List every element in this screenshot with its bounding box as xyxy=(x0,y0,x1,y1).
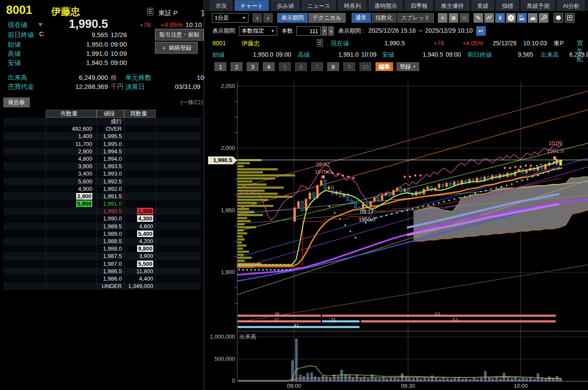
pencil-icon[interactable]: ✎ xyxy=(474,13,483,23)
period-mode-value: 本数指定 xyxy=(242,27,264,35)
page-chip-2[interactable]: 2 xyxy=(231,62,242,71)
toolbar-button-通常[interactable]: 通常 xyxy=(352,13,371,23)
tab-ニュース[interactable]: ニュース xyxy=(302,0,336,11)
toolbar-button-指数化[interactable]: 指数化 xyxy=(372,13,396,23)
order-book-row[interactable]: 1,4001,995.5 xyxy=(3,132,201,140)
tab-時系列[interactable]: 時系列 xyxy=(339,0,366,11)
open-label: 始値 xyxy=(8,40,21,49)
wrench-icon[interactable] xyxy=(539,13,548,23)
settlement-value: 03/31,09 xyxy=(175,82,200,91)
page-chip-4[interactable]: 4 xyxy=(263,62,275,71)
mountain-icon[interactable] xyxy=(528,13,538,23)
page-chip-10[interactable]: 10 xyxy=(360,62,371,71)
order-book-row[interactable]: 2,9001,991.5 xyxy=(3,193,201,200)
toolbar-button-表示期間[interactable]: 表示期間 xyxy=(277,13,308,23)
page-chip-7[interactable]: 7 xyxy=(311,62,323,71)
order-book[interactable]: 売数量 値段 買数量 成行492,600OVER1,4001,995.511,7… xyxy=(3,110,201,290)
interval-select[interactable]: 1分足▼ xyxy=(212,13,249,23)
tab-適時開示[interactable]: 適時開示 xyxy=(369,0,402,11)
svg-text:出来高: 出来高 xyxy=(239,333,256,340)
order-book-row[interactable]: 1,988.54,200 xyxy=(3,237,201,245)
crosshair-icon[interactable]: + xyxy=(438,13,447,23)
trade-caution-button[interactable]: 取引注意・規制 xyxy=(155,29,204,41)
per-share-note: (一株/口) xyxy=(172,98,203,106)
tab-業績[interactable]: 業績 xyxy=(472,0,494,11)
order-book-row[interactable]: 1,990.04,300 xyxy=(3,215,201,222)
reset-range-icon[interactable]: ↵ xyxy=(476,26,486,36)
page-chip-8[interactable]: 8 xyxy=(327,62,339,71)
info-icon[interactable]: i xyxy=(506,13,516,23)
order-book-row[interactable]: 3,4001,993.0 xyxy=(3,170,201,177)
order-book-row[interactable]: 1,987.05,500 xyxy=(3,260,201,268)
unit-shares-label: 単元株数 xyxy=(125,73,151,82)
svg-text:31: 31 xyxy=(274,317,279,322)
svg-text:2,000: 2,000 xyxy=(221,145,235,151)
print-icon[interactable] xyxy=(554,13,563,23)
tab-市況[interactable]: 市況 xyxy=(210,0,232,11)
order-book-row[interactable]: UNDER1,349,000 xyxy=(3,282,201,290)
page-chip-3[interactable]: 3 xyxy=(247,62,259,71)
tab-業績予測[interactable]: 業績予測 xyxy=(521,0,554,11)
high-value: 1,991.0 xyxy=(57,49,108,58)
add-symbol-button[interactable]: ＋ 銘柄登録 xyxy=(155,42,198,54)
order-book-row[interactable]: 3,9001,993.5 xyxy=(3,163,201,170)
order-book-row[interactable]: 1,986.511,800 xyxy=(3,268,201,275)
tab-指標[interactable]: 指標 xyxy=(497,0,518,11)
zoom-in-icon[interactable]: ⊕ xyxy=(449,13,458,23)
order-book-row[interactable]: 5,9001,991.0 xyxy=(3,200,201,207)
quote-row: 8001 伊藤忠 現在値 1,990.5 +78 +4.05% 25/12/29… xyxy=(205,37,588,49)
stock-code: 8001 xyxy=(6,3,32,17)
order-book-row[interactable]: 1,989.05,400 xyxy=(3,230,201,237)
count-down-button[interactable]: ▼ xyxy=(322,26,327,36)
order-book-row[interactable]: 1,986.04,400 xyxy=(3,275,201,282)
document-icon[interactable] xyxy=(147,8,153,15)
quote-time: 10:10 xyxy=(185,20,202,29)
tab-株主優待[interactable]: 株主優待 xyxy=(436,0,469,11)
order-book-row[interactable]: 11,7001,995.0 xyxy=(3,140,201,148)
document-icon[interactable] xyxy=(317,39,323,47)
prev-button[interactable]: ‹ xyxy=(252,13,262,23)
toolbar-button-テクニカル[interactable]: テクニカル xyxy=(309,13,346,23)
order-book-row[interactable]: 2,9001,994.5 xyxy=(3,148,201,155)
low-value: 1,940.5 xyxy=(57,58,108,67)
page-chip-6[interactable]: 6 xyxy=(295,62,307,71)
order-book-row[interactable]: 1,990.51,500 xyxy=(3,207,201,215)
page-chip-9[interactable]: 9 xyxy=(343,62,355,71)
order-book-row[interactable]: 4,9001,992.0 xyxy=(3,185,201,193)
period-mode-select[interactable]: 本数指定▼ xyxy=(239,26,277,36)
my-chart-icon[interactable]: MY xyxy=(517,13,527,23)
order-book-row[interactable]: 1,987.53,900 xyxy=(3,252,201,260)
composite-board-button[interactable]: 複合板 xyxy=(3,98,30,107)
order-book-row[interactable]: 492,600OVER xyxy=(3,125,201,132)
tab-チャート[interactable]: チャート xyxy=(235,0,269,11)
toolbar-button-スプレッド[interactable]: スプレッド xyxy=(397,13,434,23)
settlement-label: 決算日 xyxy=(125,82,145,91)
order-book-row[interactable]: 1,988.09,800 xyxy=(3,245,201,252)
price-chart[interactable]: 3863311153412,0502,0001,9501,9001,000,00… xyxy=(205,73,588,390)
order-book-row[interactable]: 成行 xyxy=(3,118,201,125)
tab-四季報[interactable]: 四季報 xyxy=(405,0,433,11)
register-button[interactable]: 登録 ▼ xyxy=(396,62,419,71)
market-label: 東証 P xyxy=(158,9,178,17)
count-input[interactable]: 111 xyxy=(296,26,321,36)
order-book-row[interactable]: 5,6001,992.5 xyxy=(3,178,201,185)
tab-AI分析[interactable]: AI分析 xyxy=(558,0,585,11)
yen-icon[interactable]: ¥ xyxy=(495,13,505,23)
next-button[interactable]: › xyxy=(263,13,273,23)
zoom-out-icon[interactable]: ⊖ xyxy=(460,13,469,23)
prev-close-label: 前日終値 xyxy=(8,31,34,39)
panel-divider[interactable] xyxy=(204,0,204,390)
order-book-row[interactable]: 4,8001,994.0 xyxy=(3,155,201,163)
edit-button[interactable]: 編集 xyxy=(376,62,393,71)
trendline-icon[interactable] xyxy=(484,13,494,23)
page-chip-1[interactable]: 1 xyxy=(215,62,226,71)
order-book-row[interactable]: 1,989.54,600 xyxy=(3,223,201,230)
count-up-button[interactable]: ▲ xyxy=(328,26,334,36)
price-change-pct: +4.05% xyxy=(155,20,183,29)
tab-歩み値[interactable]: 歩み値 xyxy=(272,0,299,11)
down-triangle-icon xyxy=(38,23,43,27)
ohlc-prev: 9,565 xyxy=(509,51,533,58)
page-chip-5[interactable]: 5 xyxy=(279,62,291,71)
export-icon[interactable] xyxy=(565,13,575,23)
open-time: 09:00 xyxy=(111,40,127,49)
